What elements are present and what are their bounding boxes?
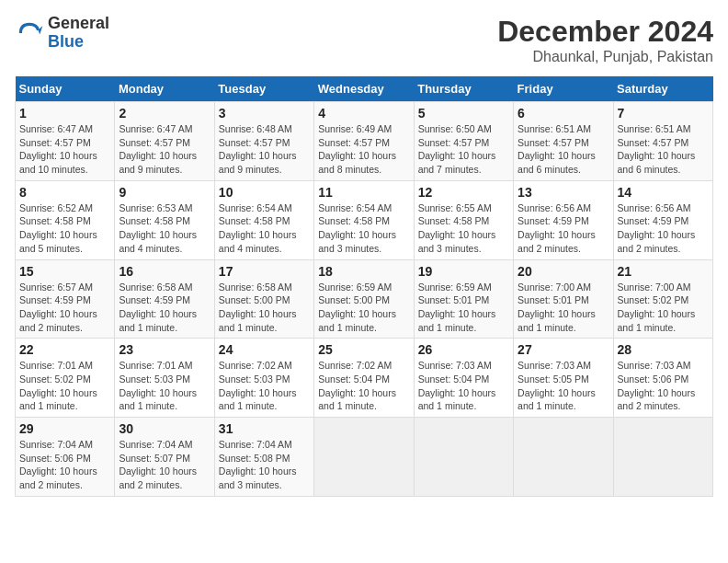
day-info: Sunrise: 7:04 AMSunset: 5:08 PMDaylight:… [219,438,310,492]
day-number: 16 [119,264,210,279]
day-number: 4 [318,106,409,121]
day-info: Sunrise: 7:02 AMSunset: 5:03 PMDaylight:… [219,359,310,413]
calendar-day-cell: 16Sunrise: 6:58 AMSunset: 4:59 PMDayligh… [115,259,214,339]
day-info: Sunrise: 7:03 AMSunset: 5:06 PMDaylight:… [618,359,709,413]
calendar-day-cell: 9Sunrise: 6:53 AMSunset: 4:58 PMDaylight… [115,180,214,259]
calendar-day-cell: 28Sunrise: 7:03 AMSunset: 5:06 PMDayligh… [613,339,712,418]
calendar-body: 1Sunrise: 6:47 AMSunset: 4:57 PMDaylight… [16,102,713,497]
calendar-day-cell: 17Sunrise: 6:58 AMSunset: 5:00 PMDayligh… [214,259,313,339]
day-info: Sunrise: 6:53 AMSunset: 4:58 PMDaylight:… [119,201,210,256]
day-info: Sunrise: 7:04 AMSunset: 5:06 PMDaylight:… [19,438,110,492]
day-info: Sunrise: 6:54 AMSunset: 4:58 PMDaylight:… [219,201,310,256]
calendar-day-cell: 3Sunrise: 6:48 AMSunset: 4:57 PMDaylight… [214,102,313,181]
calendar-day-cell: 10Sunrise: 6:54 AMSunset: 4:58 PMDayligh… [214,180,313,259]
day-number: 2 [119,106,210,121]
calendar-day-cell: 15Sunrise: 6:57 AMSunset: 4:59 PMDayligh… [16,259,115,339]
weekday-header-cell: Thursday [414,76,513,102]
day-number: 15 [19,264,110,279]
day-info: Sunrise: 7:00 AMSunset: 5:01 PMDaylight:… [518,281,609,335]
day-number: 22 [19,342,110,357]
day-number: 24 [219,342,310,357]
calendar-day-cell: 2Sunrise: 6:47 AMSunset: 4:57 PMDaylight… [115,102,214,181]
weekday-header-cell: Wednesday [314,76,414,102]
day-info: Sunrise: 6:55 AMSunset: 4:58 PMDaylight:… [418,201,509,256]
day-info: Sunrise: 7:02 AMSunset: 5:04 PMDaylight:… [318,359,409,413]
day-number: 13 [518,185,609,200]
day-number: 26 [418,342,509,357]
day-number: 28 [618,342,709,357]
day-info: Sunrise: 6:47 AMSunset: 4:57 PMDaylight:… [119,122,210,177]
day-number: 18 [318,264,409,279]
calendar-day-cell: 23Sunrise: 7:01 AMSunset: 5:03 PMDayligh… [115,339,214,418]
calendar-day-cell: 14Sunrise: 6:56 AMSunset: 4:59 PMDayligh… [613,180,712,259]
day-number: 19 [418,264,509,279]
weekday-header-cell: Friday [514,76,613,102]
day-number: 27 [518,342,609,357]
calendar-day-cell: 8Sunrise: 6:52 AMSunset: 4:58 PMDaylight… [16,180,115,259]
day-number: 1 [19,106,110,121]
day-info: Sunrise: 7:03 AMSunset: 5:05 PMDaylight:… [518,359,609,413]
day-info: Sunrise: 7:00 AMSunset: 5:02 PMDaylight:… [618,281,709,335]
day-number: 30 [119,421,210,436]
calendar-day-cell: 31Sunrise: 7:04 AMSunset: 5:08 PMDayligh… [214,418,313,497]
calendar-day-cell: 29Sunrise: 7:04 AMSunset: 5:06 PMDayligh… [16,418,115,497]
day-number: 11 [318,185,409,200]
day-info: Sunrise: 6:59 AMSunset: 5:01 PMDaylight:… [418,281,509,335]
day-info: Sunrise: 7:03 AMSunset: 5:04 PMDaylight:… [418,359,509,413]
logo-text: General Blue [48,15,109,52]
day-number: 9 [119,185,210,200]
day-info: Sunrise: 6:49 AMSunset: 4:57 PMDaylight:… [318,122,409,177]
calendar-table: SundayMondayTuesdayWednesdayThursdayFrid… [15,76,713,497]
day-info: Sunrise: 7:01 AMSunset: 5:03 PMDaylight:… [119,359,210,413]
page-title: December 2024 [497,15,713,49]
day-number: 5 [418,106,509,121]
day-info: Sunrise: 6:52 AMSunset: 4:58 PMDaylight:… [19,201,110,256]
day-number: 3 [219,106,310,121]
calendar-day-cell: 22Sunrise: 7:01 AMSunset: 5:02 PMDayligh… [16,339,115,418]
day-number: 29 [19,421,110,436]
day-info: Sunrise: 6:56 AMSunset: 4:59 PMDaylight:… [518,201,609,256]
day-number: 23 [119,342,210,357]
calendar-day-cell: 30Sunrise: 7:04 AMSunset: 5:07 PMDayligh… [115,418,214,497]
logo-icon [15,18,44,48]
day-info: Sunrise: 6:56 AMSunset: 4:59 PMDaylight:… [618,201,709,256]
calendar-day-cell: 27Sunrise: 7:03 AMSunset: 5:05 PMDayligh… [514,339,613,418]
day-info: Sunrise: 6:48 AMSunset: 4:57 PMDaylight:… [219,122,310,177]
calendar-day-cell: 20Sunrise: 7:00 AMSunset: 5:01 PMDayligh… [514,259,613,339]
calendar-week-row: 15Sunrise: 6:57 AMSunset: 4:59 PMDayligh… [16,259,713,339]
day-info: Sunrise: 6:47 AMSunset: 4:57 PMDaylight:… [19,122,110,177]
calendar-day-cell: 26Sunrise: 7:03 AMSunset: 5:04 PMDayligh… [414,339,513,418]
calendar-week-row: 1Sunrise: 6:47 AMSunset: 4:57 PMDaylight… [16,102,713,181]
day-number: 31 [219,421,310,436]
weekday-header-cell: Sunday [16,76,115,102]
calendar-week-row: 29Sunrise: 7:04 AMSunset: 5:06 PMDayligh… [16,418,713,497]
calendar-day-cell [613,418,712,497]
day-info: Sunrise: 6:58 AMSunset: 5:00 PMDaylight:… [219,281,310,335]
calendar-day-cell: 18Sunrise: 6:59 AMSunset: 5:00 PMDayligh… [314,259,414,339]
day-number: 17 [219,264,310,279]
day-number: 14 [618,185,709,200]
day-info: Sunrise: 6:54 AMSunset: 4:58 PMDaylight:… [318,201,409,256]
day-number: 21 [618,264,709,279]
calendar-day-cell: 1Sunrise: 6:47 AMSunset: 4:57 PMDaylight… [16,102,115,181]
day-info: Sunrise: 6:57 AMSunset: 4:59 PMDaylight:… [19,281,110,335]
day-number: 25 [318,342,409,357]
header: General Blue December 2024 Dhaunkal, Pun… [15,15,713,65]
calendar-day-cell: 11Sunrise: 6:54 AMSunset: 4:58 PMDayligh… [314,180,414,259]
day-number: 6 [518,106,609,121]
day-number: 7 [618,106,709,121]
calendar-day-cell: 7Sunrise: 6:51 AMSunset: 4:57 PMDaylight… [613,102,712,181]
weekday-header-cell: Monday [115,76,214,102]
calendar-week-row: 8Sunrise: 6:52 AMSunset: 4:58 PMDaylight… [16,180,713,259]
day-number: 12 [418,185,509,200]
day-number: 8 [19,185,110,200]
day-info: Sunrise: 6:58 AMSunset: 4:59 PMDaylight:… [119,281,210,335]
title-area: December 2024 Dhaunkal, Punjab, Pakistan [497,15,713,65]
logo: General Blue [15,15,109,52]
day-info: Sunrise: 6:51 AMSunset: 4:57 PMDaylight:… [518,122,609,177]
weekday-header-cell: Saturday [613,76,712,102]
calendar-day-cell [314,418,414,497]
calendar-week-row: 22Sunrise: 7:01 AMSunset: 5:02 PMDayligh… [16,339,713,418]
weekday-header-row: SundayMondayTuesdayWednesdayThursdayFrid… [16,76,713,102]
page-subtitle: Dhaunkal, Punjab, Pakistan [497,49,713,65]
